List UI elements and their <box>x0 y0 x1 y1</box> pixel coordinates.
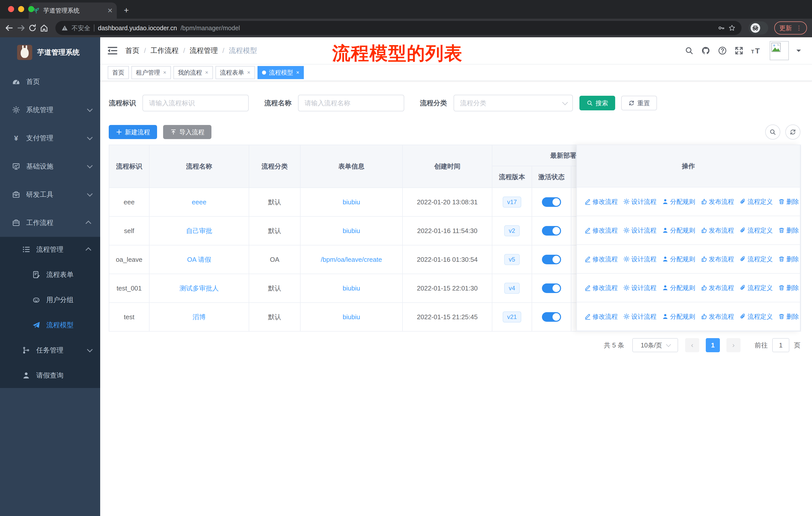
back-icon[interactable] <box>5 24 13 32</box>
version-badge[interactable]: v4 <box>504 283 520 294</box>
form-info-link[interactable]: biubiu <box>343 313 360 321</box>
action-删除[interactable]: 删除 <box>778 197 799 206</box>
action-删除[interactable]: 删除 <box>778 284 799 292</box>
search-icon[interactable] <box>685 46 694 55</box>
action-流程定义[interactable]: 流程定义 <box>740 197 773 206</box>
process-name-link[interactable]: 滔博 <box>193 313 206 321</box>
process-name-link[interactable]: 测试多审批人 <box>179 284 219 292</box>
breadcrumb-item[interactable]: 首页 <box>125 46 140 55</box>
tag-close-icon[interactable]: × <box>247 69 251 76</box>
action-流程定义[interactable]: 流程定义 <box>740 284 773 292</box>
action-修改流程[interactable]: 修改流程 <box>584 313 618 321</box>
action-流程定义[interactable]: 流程定义 <box>740 313 773 321</box>
tag-流程表单[interactable]: 流程表单× <box>215 66 255 79</box>
avatar[interactable] <box>770 41 789 60</box>
action-修改流程[interactable]: 修改流程 <box>584 197 618 206</box>
action-修改流程[interactable]: 修改流程 <box>584 226 618 235</box>
reload-icon[interactable] <box>28 24 37 32</box>
process-name-input[interactable] <box>298 95 404 111</box>
action-设计流程[interactable]: 设计流程 <box>623 226 657 235</box>
action-分配规则[interactable]: 分配规则 <box>662 313 695 321</box>
tag-租户管理[interactable]: 租户管理× <box>132 66 171 79</box>
sidebar-item-devtools[interactable]: 研发工具 <box>0 181 100 209</box>
action-删除[interactable]: 删除 <box>778 255 799 263</box>
sidebar-item-process-form[interactable]: 流程表单 <box>0 262 100 287</box>
version-badge[interactable]: v2 <box>504 225 520 236</box>
reset-button[interactable]: 重置 <box>621 96 657 110</box>
active-toggle[interactable] <box>542 226 561 236</box>
tag-close-icon[interactable]: × <box>205 69 208 76</box>
refresh-table-button[interactable] <box>785 125 801 140</box>
action-设计流程[interactable]: 设计流程 <box>623 197 657 206</box>
tab-close-icon[interactable]: ✕ <box>107 7 113 14</box>
tag-我的流程[interactable]: 我的流程× <box>173 66 213 79</box>
action-修改流程[interactable]: 修改流程 <box>584 284 618 292</box>
sidebar-item-task-management[interactable]: 任务管理 <box>0 337 100 363</box>
home-icon[interactable] <box>40 24 48 32</box>
new-tab-button[interactable]: + <box>124 5 129 15</box>
browser-menu-icon[interactable]: ⋮ <box>796 24 802 31</box>
breadcrumb-item[interactable]: 工作流程 <box>150 46 179 55</box>
next-page-button[interactable]: › <box>726 338 741 352</box>
action-设计流程[interactable]: 设计流程 <box>623 255 657 263</box>
process-name-link[interactable]: 自己审批 <box>186 227 212 235</box>
sidebar-item-home[interactable]: 首页 <box>0 67 100 96</box>
active-toggle[interactable] <box>542 197 561 207</box>
action-设计流程[interactable]: 设计流程 <box>623 313 657 321</box>
form-info-link[interactable]: biubiu <box>343 227 360 235</box>
minimize-window-button[interactable] <box>18 6 24 12</box>
help-icon[interactable] <box>718 46 727 55</box>
version-badge[interactable]: v21 <box>503 311 522 323</box>
tag-close-icon[interactable]: × <box>296 69 299 76</box>
update-browser-button[interactable]: 更新 ⋮ <box>774 21 807 34</box>
version-badge[interactable]: v17 <box>503 196 522 208</box>
breadcrumb-item[interactable]: 流程管理 <box>190 46 218 55</box>
sidebar-item-workflow[interactable]: 工作流程 <box>0 209 100 237</box>
action-发布流程[interactable]: 发布流程 <box>701 197 734 206</box>
hamburger-icon[interactable] <box>108 47 117 54</box>
forward-icon[interactable] <box>17 24 25 32</box>
action-流程定义[interactable]: 流程定义 <box>740 226 773 235</box>
sidebar-item-user-group[interactable]: 用户分组 <box>0 287 100 313</box>
tag-close-icon[interactable]: × <box>163 69 166 76</box>
goto-page-input[interactable] <box>772 338 789 352</box>
action-设计流程[interactable]: 设计流程 <box>623 284 657 292</box>
fullscreen-icon[interactable] <box>734 46 744 55</box>
form-info-link[interactable]: /bpm/oa/leave/create <box>321 256 382 263</box>
action-流程定义[interactable]: 流程定义 <box>740 255 773 263</box>
font-size-icon[interactable]: TT <box>751 46 762 55</box>
action-发布流程[interactable]: 发布流程 <box>701 226 734 235</box>
process-name-link[interactable]: OA 请假 <box>187 256 211 263</box>
bookmark-star-icon[interactable] <box>728 24 735 31</box>
category-select[interactable]: 流程分类 <box>454 95 573 111</box>
version-badge[interactable]: v5 <box>504 254 520 265</box>
action-分配规则[interactable]: 分配规则 <box>662 197 695 206</box>
zoom-window-button[interactable] <box>28 6 34 12</box>
tag-首页[interactable]: 首页 <box>108 66 129 79</box>
sidebar-item-system[interactable]: 系统管理 <box>0 96 100 124</box>
page-size-select[interactable]: 10条/页 <box>632 338 678 352</box>
action-删除[interactable]: 删除 <box>778 226 799 235</box>
active-toggle[interactable] <box>542 312 561 322</box>
avatar-caret-icon[interactable] <box>796 50 801 54</box>
import-process-button[interactable]: 导入流程 <box>163 125 211 139</box>
action-发布流程[interactable]: 发布流程 <box>701 255 734 263</box>
sidebar-item-process-model[interactable]: 流程模型 <box>0 313 100 337</box>
github-icon[interactable] <box>701 46 710 55</box>
sidebar-item-infrastructure[interactable]: 基础设施 <box>0 152 100 181</box>
form-info-link[interactable]: biubiu <box>343 198 360 206</box>
prev-page-button[interactable]: ‹ <box>685 338 699 352</box>
action-发布流程[interactable]: 发布流程 <box>701 313 734 321</box>
search-button[interactable]: 搜索 <box>579 96 615 110</box>
process-id-input[interactable] <box>142 95 249 111</box>
action-分配规则[interactable]: 分配规则 <box>662 255 695 263</box>
show-search-button[interactable] <box>765 125 780 140</box>
sidebar-item-payment[interactable]: ¥ 支付管理 <box>0 124 100 152</box>
page-number-current[interactable]: 1 <box>706 338 720 352</box>
sidebar-item-leave-query[interactable]: 请假查询 <box>0 363 100 388</box>
action-发布流程[interactable]: 发布流程 <box>701 284 734 292</box>
close-window-button[interactable] <box>8 6 14 12</box>
sidebar-item-process-management[interactable]: 流程管理 <box>0 237 100 262</box>
tag-流程模型[interactable]: 流程模型× <box>258 66 304 79</box>
create-process-button[interactable]: 新建流程 <box>109 125 157 139</box>
